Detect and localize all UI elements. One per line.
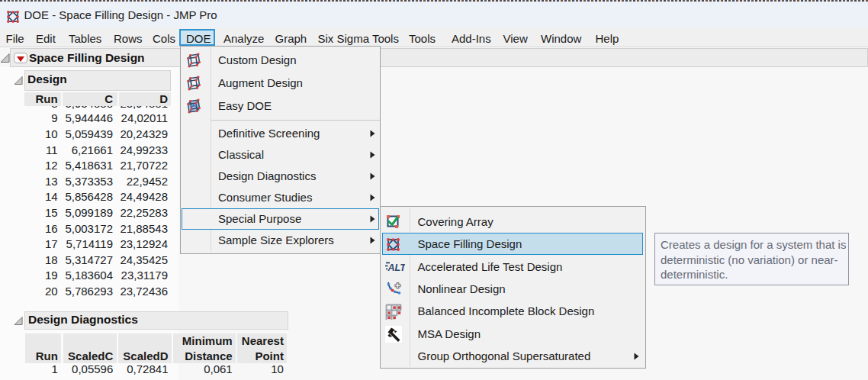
svg-text:ALT: ALT [387,262,406,273]
